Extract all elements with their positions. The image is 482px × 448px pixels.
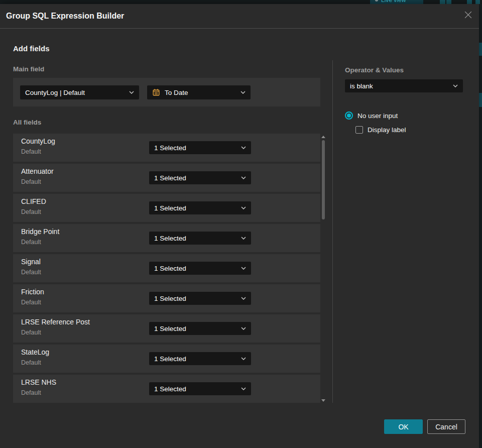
live-view-label: Live view [381, 0, 406, 4]
dialog-title: Group SQL Expression Builder [6, 4, 124, 28]
background-app-top-strip: Live view [0, 0, 482, 4]
field-sublabel: Default [21, 239, 41, 246]
field-selection-value: 1 Selected [154, 235, 186, 242]
chevron-down-icon [453, 84, 458, 87]
field-name: LRSE NHS [21, 378, 56, 386]
scroll-up-arrow-icon[interactable] [321, 136, 325, 138]
display-label-label: Display label [368, 126, 406, 134]
close-button[interactable] [462, 9, 474, 21]
field-row: StateLog Default 1 Selected [13, 345, 320, 373]
chevron-down-icon [129, 91, 134, 94]
field-sublabel: Default [21, 148, 41, 155]
field-name: CountyLog [21, 137, 55, 145]
background-toolbar-fragment [446, 0, 451, 4]
field-row: LRSE Reference Post Default 1 Selected [13, 314, 320, 343]
ok-button[interactable]: OK [384, 419, 423, 434]
field-row: Bridge Point Default 1 Selected [13, 224, 320, 252]
field-selection-value: 1 Selected [154, 325, 186, 332]
field-selection-select[interactable]: 1 Selected [149, 232, 251, 245]
no-user-input-label: No user input [357, 112, 398, 120]
chevron-down-icon [241, 327, 246, 330]
field-name: Bridge Point [21, 228, 59, 236]
chevron-down-icon [241, 387, 246, 390]
field-sublabel: Default [21, 389, 41, 396]
field-name: StateLog [21, 348, 49, 356]
dialog-header: Group SQL Expression Builder [0, 4, 479, 29]
background-app-right-strip [479, 4, 482, 448]
field-row: CountyLog Default 1 Selected [13, 134, 320, 162]
list-scrollbar[interactable] [321, 134, 326, 403]
group-sql-expression-builder-dialog: Group SQL Expression Builder Add fields … [0, 4, 479, 448]
live-view-button[interactable]: Live view [370, 0, 423, 4]
field-name: LRSE Reference Post [21, 318, 90, 326]
field-sublabel: Default [21, 178, 41, 185]
field-selection-value: 1 Selected [154, 385, 186, 393]
field-selection-value: 1 Selected [154, 355, 186, 363]
chevron-down-icon [241, 206, 246, 209]
close-icon [464, 11, 472, 19]
add-fields-heading: Add fields [13, 44, 50, 53]
chevron-down-icon [241, 146, 246, 149]
field-row: Friction Default 1 Selected [13, 284, 320, 312]
field-selection-select[interactable]: 1 Selected [149, 171, 251, 184]
operator-select[interactable]: is blank [345, 79, 463, 92]
field-row: Attenuator Default 1 Selected [13, 164, 320, 192]
chevron-down-icon [240, 91, 246, 94]
field-selection-value: 1 Selected [154, 295, 186, 302]
operator-select-value: is blank [350, 82, 373, 90]
display-label-checkbox[interactable]: Display label [355, 126, 406, 134]
field-row: LRSE NHS Default 1 Selected [13, 375, 320, 403]
field-selection-select[interactable]: 1 Selected [149, 322, 251, 335]
field-row: Signal Default 1 Selected [13, 254, 320, 282]
chevron-down-icon [241, 267, 246, 270]
checkbox-unchecked-icon [355, 126, 363, 134]
calendar-icon [152, 88, 160, 96]
field-selection-select[interactable]: 1 Selected [149, 382, 251, 395]
main-field-label: Main field [13, 65, 44, 73]
field-row: CLIFED Default 1 Selected [13, 194, 320, 222]
field-selection-value: 1 Selected [154, 144, 186, 152]
field-sublabel: Default [21, 299, 41, 306]
background-panel-fragment [479, 93, 482, 107]
field-name: Signal [21, 258, 41, 266]
chevron-down-icon [241, 297, 246, 300]
field-sublabel: Default [21, 359, 41, 366]
field-sublabel: Default [21, 269, 41, 276]
background-toolbar-fragment [440, 0, 445, 4]
field-name: Friction [21, 288, 44, 296]
operator-values-label: Operator & Values [345, 66, 404, 74]
cancel-button[interactable]: Cancel [427, 419, 465, 434]
chevron-down-icon [241, 357, 246, 360]
field-selection-value: 1 Selected [154, 174, 186, 182]
background-toolbar-fragment [467, 0, 472, 4]
all-fields-label: All fields [13, 119, 41, 126]
panel-divider [332, 60, 333, 403]
chevron-down-icon [241, 237, 246, 240]
scroll-down-arrow-icon[interactable] [321, 399, 325, 402]
main-field-type-value: To Date [165, 89, 188, 96]
field-selection-select[interactable]: 1 Selected [149, 292, 251, 305]
background-panel-fragment [479, 43, 482, 56]
radio-selected-icon [345, 111, 353, 120]
field-selection-value: 1 Selected [154, 265, 186, 272]
no-user-input-radio[interactable]: No user input [345, 111, 398, 120]
field-selection-select[interactable]: 1 Selected [149, 141, 251, 154]
background-toolbar-fragment [475, 0, 480, 4]
field-selection-select[interactable]: 1 Selected [149, 201, 251, 214]
field-name: Attenuator [21, 167, 54, 175]
main-field-select-value: CountyLog | Default [25, 89, 85, 96]
field-selection-select[interactable]: 1 Selected [149, 262, 251, 275]
field-name: CLIFED [21, 197, 46, 205]
main-field-select[interactable]: CountyLog | Default [20, 85, 139, 99]
live-status-dot-icon [375, 0, 378, 2]
field-selection-value: 1 Selected [154, 204, 186, 212]
field-sublabel: Default [21, 329, 41, 336]
main-field-type-select[interactable]: To Date [147, 85, 251, 99]
field-sublabel: Default [21, 208, 41, 215]
field-selection-select[interactable]: 1 Selected [149, 352, 251, 365]
main-field-panel: CountyLog | Default To Date [13, 78, 320, 106]
chevron-down-icon [241, 176, 246, 179]
scrollbar-thumb[interactable] [322, 140, 325, 219]
